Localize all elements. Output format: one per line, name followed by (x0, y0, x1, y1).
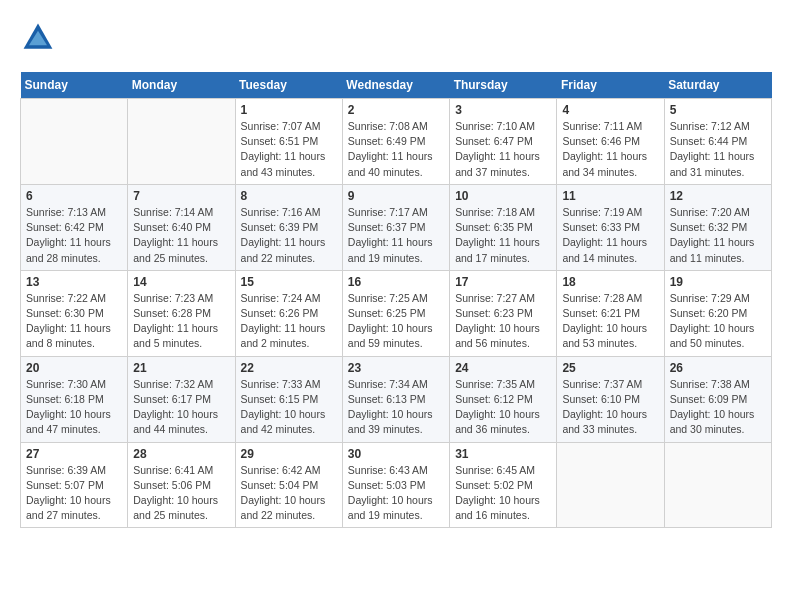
day-info: Sunrise: 6:39 AM Sunset: 5:07 PM Dayligh… (26, 463, 122, 524)
calendar-cell: 4Sunrise: 7:11 AM Sunset: 6:46 PM Daylig… (557, 99, 664, 185)
day-number: 22 (241, 361, 337, 375)
day-info: Sunrise: 6:42 AM Sunset: 5:04 PM Dayligh… (241, 463, 337, 524)
calendar-cell: 15Sunrise: 7:24 AM Sunset: 6:26 PM Dayli… (235, 270, 342, 356)
weekday-header-friday: Friday (557, 72, 664, 99)
day-info: Sunrise: 7:29 AM Sunset: 6:20 PM Dayligh… (670, 291, 766, 352)
day-number: 14 (133, 275, 229, 289)
weekday-header-saturday: Saturday (664, 72, 771, 99)
day-number: 31 (455, 447, 551, 461)
calendar-cell: 24Sunrise: 7:35 AM Sunset: 6:12 PM Dayli… (450, 356, 557, 442)
day-info: Sunrise: 6:41 AM Sunset: 5:06 PM Dayligh… (133, 463, 229, 524)
calendar-cell: 31Sunrise: 6:45 AM Sunset: 5:02 PM Dayli… (450, 442, 557, 528)
day-number: 17 (455, 275, 551, 289)
day-info: Sunrise: 7:33 AM Sunset: 6:15 PM Dayligh… (241, 377, 337, 438)
day-number: 2 (348, 103, 444, 117)
calendar-cell: 23Sunrise: 7:34 AM Sunset: 6:13 PM Dayli… (342, 356, 449, 442)
calendar-cell: 3Sunrise: 7:10 AM Sunset: 6:47 PM Daylig… (450, 99, 557, 185)
calendar-cell: 29Sunrise: 6:42 AM Sunset: 5:04 PM Dayli… (235, 442, 342, 528)
calendar-cell: 14Sunrise: 7:23 AM Sunset: 6:28 PM Dayli… (128, 270, 235, 356)
day-info: Sunrise: 7:10 AM Sunset: 6:47 PM Dayligh… (455, 119, 551, 180)
calendar-cell: 11Sunrise: 7:19 AM Sunset: 6:33 PM Dayli… (557, 184, 664, 270)
day-info: Sunrise: 7:22 AM Sunset: 6:30 PM Dayligh… (26, 291, 122, 352)
calendar-cell (664, 442, 771, 528)
day-number: 24 (455, 361, 551, 375)
day-info: Sunrise: 7:17 AM Sunset: 6:37 PM Dayligh… (348, 205, 444, 266)
day-number: 15 (241, 275, 337, 289)
calendar-cell: 21Sunrise: 7:32 AM Sunset: 6:17 PM Dayli… (128, 356, 235, 442)
day-info: Sunrise: 7:08 AM Sunset: 6:49 PM Dayligh… (348, 119, 444, 180)
day-number: 18 (562, 275, 658, 289)
day-info: Sunrise: 7:34 AM Sunset: 6:13 PM Dayligh… (348, 377, 444, 438)
day-number: 25 (562, 361, 658, 375)
day-number: 20 (26, 361, 122, 375)
day-info: Sunrise: 6:45 AM Sunset: 5:02 PM Dayligh… (455, 463, 551, 524)
calendar-cell: 22Sunrise: 7:33 AM Sunset: 6:15 PM Dayli… (235, 356, 342, 442)
weekday-header-row: SundayMondayTuesdayWednesdayThursdayFrid… (21, 72, 772, 99)
day-number: 29 (241, 447, 337, 461)
calendar-cell (128, 99, 235, 185)
weekday-header-thursday: Thursday (450, 72, 557, 99)
day-number: 30 (348, 447, 444, 461)
day-number: 5 (670, 103, 766, 117)
day-info: Sunrise: 7:14 AM Sunset: 6:40 PM Dayligh… (133, 205, 229, 266)
day-info: Sunrise: 7:07 AM Sunset: 6:51 PM Dayligh… (241, 119, 337, 180)
weekday-header-tuesday: Tuesday (235, 72, 342, 99)
day-number: 23 (348, 361, 444, 375)
day-info: Sunrise: 7:12 AM Sunset: 6:44 PM Dayligh… (670, 119, 766, 180)
calendar-cell: 1Sunrise: 7:07 AM Sunset: 6:51 PM Daylig… (235, 99, 342, 185)
calendar-cell: 6Sunrise: 7:13 AM Sunset: 6:42 PM Daylig… (21, 184, 128, 270)
day-info: Sunrise: 7:13 AM Sunset: 6:42 PM Dayligh… (26, 205, 122, 266)
day-info: Sunrise: 7:11 AM Sunset: 6:46 PM Dayligh… (562, 119, 658, 180)
calendar-week-row: 27Sunrise: 6:39 AM Sunset: 5:07 PM Dayli… (21, 442, 772, 528)
calendar-cell: 12Sunrise: 7:20 AM Sunset: 6:32 PM Dayli… (664, 184, 771, 270)
calendar-cell: 17Sunrise: 7:27 AM Sunset: 6:23 PM Dayli… (450, 270, 557, 356)
calendar-cell: 13Sunrise: 7:22 AM Sunset: 6:30 PM Dayli… (21, 270, 128, 356)
day-number: 28 (133, 447, 229, 461)
calendar-cell: 8Sunrise: 7:16 AM Sunset: 6:39 PM Daylig… (235, 184, 342, 270)
day-number: 27 (26, 447, 122, 461)
weekday-header-sunday: Sunday (21, 72, 128, 99)
day-number: 21 (133, 361, 229, 375)
calendar-cell: 20Sunrise: 7:30 AM Sunset: 6:18 PM Dayli… (21, 356, 128, 442)
day-number: 26 (670, 361, 766, 375)
day-info: Sunrise: 7:25 AM Sunset: 6:25 PM Dayligh… (348, 291, 444, 352)
calendar-cell (557, 442, 664, 528)
day-info: Sunrise: 7:23 AM Sunset: 6:28 PM Dayligh… (133, 291, 229, 352)
calendar-cell: 9Sunrise: 7:17 AM Sunset: 6:37 PM Daylig… (342, 184, 449, 270)
logo (20, 20, 60, 56)
day-number: 6 (26, 189, 122, 203)
day-info: Sunrise: 7:35 AM Sunset: 6:12 PM Dayligh… (455, 377, 551, 438)
weekday-header-monday: Monday (128, 72, 235, 99)
weekday-header-wednesday: Wednesday (342, 72, 449, 99)
logo-icon (20, 20, 56, 56)
day-info: Sunrise: 7:37 AM Sunset: 6:10 PM Dayligh… (562, 377, 658, 438)
day-info: Sunrise: 7:24 AM Sunset: 6:26 PM Dayligh… (241, 291, 337, 352)
day-info: Sunrise: 7:16 AM Sunset: 6:39 PM Dayligh… (241, 205, 337, 266)
day-number: 16 (348, 275, 444, 289)
day-number: 12 (670, 189, 766, 203)
day-number: 8 (241, 189, 337, 203)
day-number: 19 (670, 275, 766, 289)
calendar-cell: 7Sunrise: 7:14 AM Sunset: 6:40 PM Daylig… (128, 184, 235, 270)
day-number: 11 (562, 189, 658, 203)
calendar-cell: 26Sunrise: 7:38 AM Sunset: 6:09 PM Dayli… (664, 356, 771, 442)
calendar-cell: 25Sunrise: 7:37 AM Sunset: 6:10 PM Dayli… (557, 356, 664, 442)
calendar-cell: 10Sunrise: 7:18 AM Sunset: 6:35 PM Dayli… (450, 184, 557, 270)
day-number: 3 (455, 103, 551, 117)
day-number: 7 (133, 189, 229, 203)
calendar-cell: 18Sunrise: 7:28 AM Sunset: 6:21 PM Dayli… (557, 270, 664, 356)
calendar-cell: 2Sunrise: 7:08 AM Sunset: 6:49 PM Daylig… (342, 99, 449, 185)
calendar-table: SundayMondayTuesdayWednesdayThursdayFrid… (20, 72, 772, 528)
page-header (20, 20, 772, 56)
day-info: Sunrise: 7:30 AM Sunset: 6:18 PM Dayligh… (26, 377, 122, 438)
day-info: Sunrise: 7:38 AM Sunset: 6:09 PM Dayligh… (670, 377, 766, 438)
calendar-week-row: 6Sunrise: 7:13 AM Sunset: 6:42 PM Daylig… (21, 184, 772, 270)
calendar-cell: 16Sunrise: 7:25 AM Sunset: 6:25 PM Dayli… (342, 270, 449, 356)
calendar-week-row: 13Sunrise: 7:22 AM Sunset: 6:30 PM Dayli… (21, 270, 772, 356)
day-info: Sunrise: 7:32 AM Sunset: 6:17 PM Dayligh… (133, 377, 229, 438)
day-number: 4 (562, 103, 658, 117)
day-number: 13 (26, 275, 122, 289)
day-info: Sunrise: 7:28 AM Sunset: 6:21 PM Dayligh… (562, 291, 658, 352)
calendar-cell (21, 99, 128, 185)
calendar-week-row: 1Sunrise: 7:07 AM Sunset: 6:51 PM Daylig… (21, 99, 772, 185)
